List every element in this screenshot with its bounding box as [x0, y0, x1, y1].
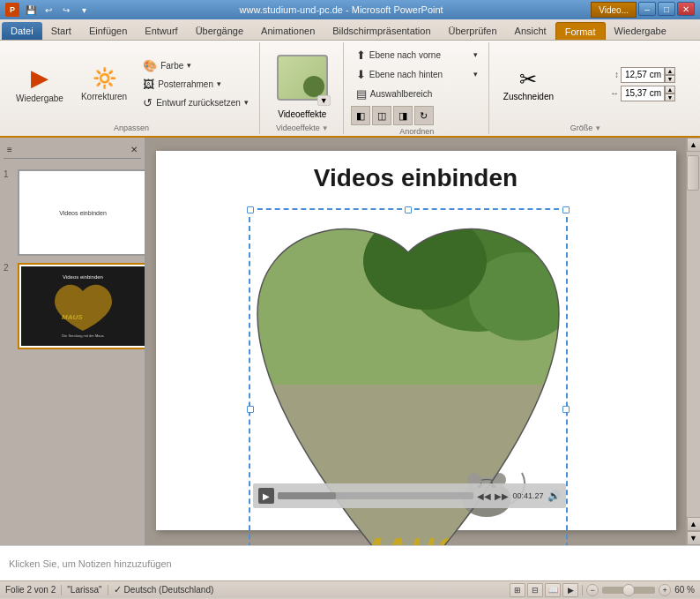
progress-fill	[278, 492, 337, 499]
farbe-button[interactable]: 🎨 Farbe ▾	[138, 56, 254, 74]
slide-1-container: 1 Videos einbinden	[4, 169, 141, 256]
status-divider-2	[108, 585, 108, 595]
play-button[interactable]: ▶	[258, 488, 274, 504]
zoom-level[interactable]: 60 %	[674, 585, 695, 595]
ebene-vorne-button[interactable]: ⬆ Ebene nach vorne ▾	[351, 46, 483, 64]
align-left-button[interactable]: ◧	[351, 106, 370, 125]
slide-2-title-thumb: Videos einbinden	[63, 274, 103, 280]
reading-view-btn[interactable]: 📖	[545, 583, 561, 597]
auswahlbereich-button[interactable]: ▤ Auswahlbereich	[351, 85, 483, 102]
language-area: ✓ Deutsch (Deutschland)	[114, 584, 214, 595]
maximize-button[interactable]: □	[658, 2, 675, 16]
height-down-arrow[interactable]: ▼	[665, 75, 675, 83]
zoom-thumb[interactable]	[622, 584, 635, 596]
ribbon-tab-bar: Datei Start Einfügen Entwurf Übergänge A…	[0, 19, 700, 41]
slide-1-thumbnail[interactable]: Videos einbinden	[18, 169, 145, 256]
videoeffekte-expand-icon[interactable]: ▼	[322, 124, 329, 132]
powerpoint-icon: P	[5, 3, 19, 17]
tab-wiedergabe[interactable]: Wiedergabe	[606, 22, 675, 40]
height-spin-arrows: ▲ ▼	[665, 67, 675, 83]
tab-uebergaenge[interactable]: Übergänge	[187, 22, 252, 40]
tab-entwurf[interactable]: Entwurf	[136, 22, 186, 40]
progress-bar[interactable]	[278, 492, 474, 499]
width-up-arrow[interactable]: ▲	[665, 86, 675, 94]
slideshow-view-btn[interactable]: ▶	[562, 583, 578, 597]
tab-ueberprufen[interactable]: Überprüfen	[440, 22, 506, 40]
slide-2-num: 2	[4, 263, 14, 273]
tab-einfuegen[interactable]: Einfügen	[80, 22, 136, 40]
scroll-down-arrow-1[interactable]: ▲	[687, 517, 701, 531]
svg-point-6	[363, 213, 487, 310]
zuschneiden-button[interactable]: ✂ Zuschneiden	[496, 52, 561, 116]
scroll-thumb[interactable]	[687, 155, 699, 191]
slide-2-subtext: Die Sendung mit der Maus	[62, 333, 103, 338]
entwurf-zuruecksetzen-button[interactable]: ↺ Entwurf zurücksetzen ▾	[138, 94, 254, 111]
quick-access-toolbar: 💾 ↩ ↪ ▾	[23, 3, 92, 17]
undo-quick-btn[interactable]: ↩	[41, 3, 56, 17]
videoeffekte-button[interactable]: ▼	[274, 49, 331, 106]
redo-quick-btn[interactable]: ↪	[58, 3, 74, 17]
vertical-scrollbar: ▲ ▲ ▼	[686, 138, 700, 545]
align-right-button[interactable]: ◨	[393, 106, 413, 125]
groesse-expand-icon[interactable]: ▼	[594, 124, 601, 132]
slide-1-bg: Videos einbinden	[21, 173, 145, 252]
slides-label: ≡	[7, 145, 12, 154]
volume-icon[interactable]: 🔊	[547, 490, 561, 502]
width-input[interactable]	[621, 86, 665, 101]
canvas-area: Videos einbinden	[145, 138, 686, 545]
width-spin-arrows: ▲ ▼	[665, 86, 675, 101]
slide-1-num: 1	[4, 169, 14, 179]
ribbon-group-anpassen: ▶ Wiedergabe 🔆 Korrekturen 🎨 Farbe ▾ 🖼	[4, 42, 260, 134]
close-button[interactable]: ✕	[677, 2, 695, 16]
zoom-slider[interactable]	[602, 587, 655, 594]
skip-fwd-btn[interactable]: ▶▶	[495, 491, 509, 501]
width-down-arrow[interactable]: ▼	[665, 94, 675, 101]
slide-2-thumbnail[interactable]: Videos einbinden MAUS Die Sendung mit de…	[18, 263, 145, 349]
status-bar-right: ⊞ ⊟ 📖 ▶ − + 60 %	[510, 583, 695, 597]
zoom-out-btn[interactable]: −	[586, 584, 599, 596]
height-input[interactable]	[621, 67, 665, 83]
tab-bildschirm[interactable]: Bildschirmpräsentation	[324, 22, 439, 40]
scroll-down-arrow-2[interactable]: ▼	[687, 531, 701, 545]
svg-rect-3	[257, 385, 559, 545]
rotate-button[interactable]: ↻	[414, 106, 434, 125]
videoeffekte-label: Videoeffekte ▼	[267, 124, 338, 132]
wiedergabe-button[interactable]: ▶ Wiedergabe	[9, 54, 71, 114]
groesse-content: ✂ Zuschneiden ↕ ▲ ▼ ↔	[496, 46, 675, 122]
status-divider-3	[582, 585, 583, 595]
time-display: 00:41.27	[512, 491, 543, 500]
scroll-track	[687, 152, 701, 517]
zoom-in-btn[interactable]: +	[659, 584, 671, 596]
status-bar: Folie 2 von 2 "Larissa" ✓ Deutsch (Deuts…	[0, 580, 700, 598]
save-quick-btn[interactable]: 💾	[23, 3, 39, 17]
customize-quick-btn[interactable]: ▾	[76, 3, 92, 17]
tab-format[interactable]: Format	[555, 22, 606, 40]
slide-2-container: 2 Videos einbinden MAUS Die Sendung mit …	[4, 263, 141, 349]
align-center-button[interactable]: ◫	[372, 106, 391, 125]
posterrahmen-button[interactable]: 🖼 Posterrahmen ▾	[138, 75, 254, 93]
tab-animationen[interactable]: Animationen	[252, 22, 324, 40]
notes-area[interactable]: Klicken Sie, um Notizen hinzuzufügen	[0, 545, 700, 580]
korrekturen-button[interactable]: 🔆 Korrekturen	[74, 54, 134, 114]
slide-canvas[interactable]: Videos einbinden	[156, 151, 676, 530]
ebene-hinten-button[interactable]: ⬇ Ebene nach hinten ▾	[351, 65, 483, 83]
slide-panel: ≡ ✕ 1 Videos einbinden 2 Videos einbinde…	[0, 138, 145, 545]
slide-info: Folie 2 von 2	[5, 585, 56, 595]
normal-view-btn[interactable]: ⊞	[510, 583, 525, 597]
height-up-arrow[interactable]: ▲	[665, 67, 675, 75]
minimize-button[interactable]: –	[638, 2, 656, 16]
slide-main-title: Videos einbinden	[156, 151, 676, 201]
videoeffekte-content: ▼ Videoeffekte	[267, 46, 338, 122]
window-controls: Video... – □ ✕	[591, 2, 695, 18]
tab-datei[interactable]: Datei	[2, 22, 42, 40]
ribbon-group-anordnen: ⬆ Ebene nach vorne ▾ ⬇ Ebene nach hinten…	[346, 42, 489, 134]
skip-back-btn[interactable]: ◀◀	[477, 491, 491, 501]
theme-name: "Larissa"	[67, 585, 101, 595]
scroll-up-arrow[interactable]: ▲	[687, 138, 701, 152]
sorter-view-btn[interactable]: ⊟	[527, 583, 543, 597]
tab-start[interactable]: Start	[42, 22, 80, 40]
tab-ansicht[interactable]: Ansicht	[506, 22, 555, 40]
ribbon-group-videoeffekte: ▼ Videoeffekte Videoeffekte ▼	[262, 42, 344, 134]
slide-panel-close[interactable]: ✕	[130, 145, 138, 154]
width-input-wrap: ▲ ▼	[621, 86, 675, 101]
